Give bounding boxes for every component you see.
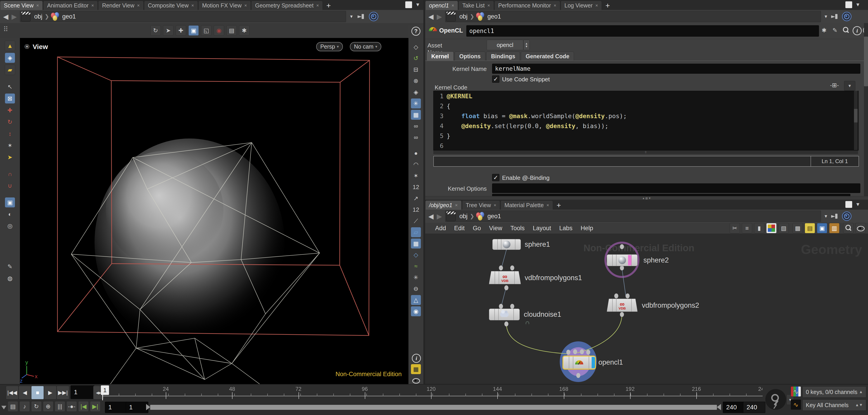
tab-material-palette[interactable]: Material Palette× [500, 200, 553, 210]
toolbar-grip-icon[interactable]: ⠿ [3, 25, 9, 33]
timeline-ruler[interactable]: 24487296120144168192216240 [102, 384, 763, 400]
viewport-help-icon[interactable] [411, 26, 421, 36]
code-line[interactable]: 5} [434, 131, 858, 141]
display-bones-icon[interactable]: ⟋ [411, 216, 421, 226]
show-objects-mode-icon[interactable]: ▣ [188, 25, 199, 36]
tab-render-view[interactable]: Render View× [98, 1, 144, 10]
key-settings-icon[interactable]: -●- [66, 401, 77, 412]
node-shapes-icon[interactable]: ▧ [778, 223, 789, 233]
set-key-button[interactable] [765, 389, 786, 410]
group-overlay-icon[interactable]: ≈ [411, 261, 421, 271]
node-name-field[interactable]: opencl1 [466, 25, 819, 37]
uv-overlay-icon[interactable]: ▦ [411, 239, 421, 248]
viewport-options-icon[interactable]: ✱ [239, 25, 249, 36]
smooth-shading-icon[interactable]: ▦ [411, 110, 421, 120]
nav-back-icon[interactable]: ◀ [428, 212, 434, 220]
node-info-icon[interactable] [852, 25, 862, 35]
key-all-channels-box[interactable]: Key All Channels▲▼ [802, 400, 866, 411]
menu-help[interactable]: Help [581, 225, 593, 232]
path-root[interactable]: obj [34, 13, 42, 20]
nav-forward-icon[interactable]: ▶ [437, 13, 442, 21]
close-tab-icon[interactable]: × [452, 3, 454, 8]
slot-display-icon[interactable]: ⊖ [411, 284, 421, 294]
search-parameters-icon[interactable] [841, 25, 851, 35]
close-tab-icon[interactable]: × [494, 203, 496, 208]
folder-tab-bindings[interactable]: Bindings [486, 51, 520, 61]
node-sphere1[interactable] [492, 239, 521, 250]
menu-add[interactable]: Add [435, 225, 446, 232]
path-node[interactable]: geo1 [487, 213, 501, 220]
scale-tool-icon[interactable]: ↕ [5, 129, 15, 139]
display-points-icon[interactable]: ● [411, 148, 421, 158]
path-field[interactable]: obj ❯ geo1 [20, 11, 346, 22]
range-subend-field[interactable]: 240 [743, 402, 765, 413]
snap-magnet-icon[interactable]: ∩ [5, 169, 15, 179]
viewport-info-icon[interactable] [411, 353, 421, 363]
tab-take-list[interactable]: Take List× [458, 1, 494, 10]
path-root[interactable]: obj [459, 13, 467, 20]
lock-display-icon[interactable]: ⊟ [411, 65, 421, 74]
range-slider-bar[interactable] [150, 405, 717, 410]
pane-menu-icon[interactable]: ▼ [855, 202, 860, 207]
path-node[interactable]: geo1 [487, 13, 501, 20]
tab-performance-monitor[interactable]: Performance Monitor× [494, 1, 560, 10]
nav-back-icon[interactable]: ◀ [3, 13, 8, 21]
tick-display-icon[interactable]: ||| [55, 401, 65, 412]
viewport-camera-icon[interactable]: 🞊 [24, 43, 29, 50]
pin-marker-icon[interactable]: ◉ [411, 306, 421, 316]
path-dropdown-icon[interactable]: ▾ [350, 13, 352, 20]
asset-name-select[interactable]: opencl [487, 40, 523, 50]
loop-mode-icon[interactable]: ↻ [31, 401, 41, 412]
tab-animation-editor[interactable]: Animation Editor× [43, 1, 98, 10]
tab-opencl1[interactable]: opencl1× [425, 1, 458, 10]
channels-icon[interactable]: ∿ [790, 386, 801, 397]
code-menu-button[interactable]: ▼ [844, 81, 855, 91]
close-tab-icon[interactable]: × [487, 3, 490, 8]
viewport-3d[interactable]: y x z 🞊 View Persp▾ No cam▾ Non-Commerci… [20, 38, 408, 384]
stop-button[interactable]: ■ [31, 386, 44, 400]
range-left-arrow[interactable] [146, 404, 150, 410]
menu-tools[interactable]: Tools [510, 225, 525, 232]
use-code-snippet-checkbox[interactable]: ✓ [492, 75, 499, 83]
next-key-icon[interactable]: ▶| [90, 401, 100, 412]
folder-tab-generated-code[interactable]: Generated Code [521, 51, 574, 61]
tab-scene-view[interactable]: Scene View× [0, 1, 43, 10]
pane-menu-icon[interactable]: ▼ [415, 2, 420, 8]
current-frame-field[interactable]: 1 [70, 385, 95, 399]
render-region-tool-icon[interactable]: ◉ [214, 25, 224, 36]
find-node-icon[interactable] [843, 223, 854, 233]
point-normals-icon[interactable]: ↗ [411, 194, 421, 203]
visibility-options-icon[interactable] [855, 223, 866, 233]
close-tab-icon[interactable]: × [191, 3, 194, 8]
nav-forward-icon[interactable]: ▶ [437, 212, 442, 220]
pane-splitter[interactable] [423, 0, 425, 384]
close-tab-icon[interactable]: × [455, 203, 458, 208]
camera-tool-icon[interactable]: ▣ [5, 198, 15, 207]
tab-log-viewer[interactable]: Log Viewer× [561, 1, 602, 10]
tab-geometry-spreadsheet[interactable]: Geometry Spreadsheet× [251, 1, 323, 10]
tree-controls-icon[interactable]: ≡ [742, 223, 752, 233]
menu-edit[interactable]: Edit [454, 225, 465, 232]
grid-display-icon[interactable]: ◇ [411, 42, 421, 52]
wind-display-icon[interactable]: ✳ [411, 272, 421, 282]
secure-selection-lock-icon[interactable]: ⊠ [5, 94, 15, 103]
close-tab-icon[interactable]: × [554, 3, 556, 8]
projection-selector[interactable]: Persp▾ [316, 42, 343, 51]
hide-unselected-icon[interactable]: ⊗ [411, 76, 421, 86]
path-root[interactable]: obj [459, 213, 467, 220]
radial-menu-icon[interactable] [842, 12, 851, 21]
code-line[interactable]: 3 float bias = @mask.worldSample(@densit… [434, 111, 858, 121]
radial-menu-icon[interactable] [369, 12, 378, 21]
range-start-field[interactable]: 1 [105, 402, 128, 413]
transform-tool-icon[interactable]: ➤ [5, 152, 15, 162]
path-field[interactable]: obj ❯ geo1 [445, 11, 821, 22]
flipbook-tool-icon[interactable]: ▤ [226, 25, 237, 36]
close-tab-icon[interactable]: × [36, 3, 39, 8]
headlight-icon[interactable]: ✳ [411, 99, 421, 108]
close-tab-icon[interactable]: × [595, 3, 598, 8]
pose-tool-icon[interactable]: ✶ [5, 140, 15, 150]
node-palette-icon[interactable] [766, 223, 777, 233]
node-cloudnoise1[interactable] [489, 309, 520, 320]
point-numbers-icon[interactable]: 12 [411, 182, 421, 192]
select-tool-icon[interactable]: ➤ [163, 25, 174, 36]
